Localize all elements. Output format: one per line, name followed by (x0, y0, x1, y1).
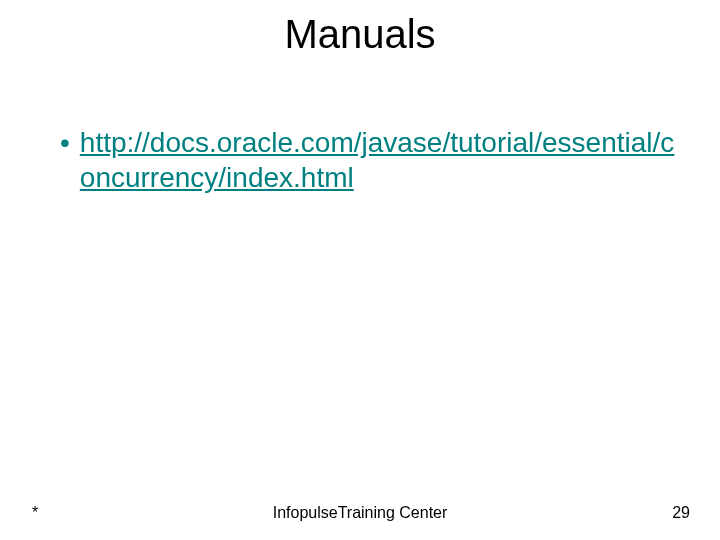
list-item: • http://docs.oracle.com/javase/tutorial… (60, 125, 680, 195)
slide: Manuals • http://docs.oracle.com/javase/… (0, 0, 720, 540)
manual-link[interactable]: http://docs.oracle.com/javase/tutorial/e… (80, 125, 680, 195)
content-area: • http://docs.oracle.com/javase/tutorial… (0, 125, 720, 195)
page-number: 29 (672, 504, 690, 522)
bullet-icon: • (60, 125, 70, 160)
footer-center: InfopulseTraining Center (0, 504, 720, 522)
page-title: Manuals (0, 12, 720, 57)
